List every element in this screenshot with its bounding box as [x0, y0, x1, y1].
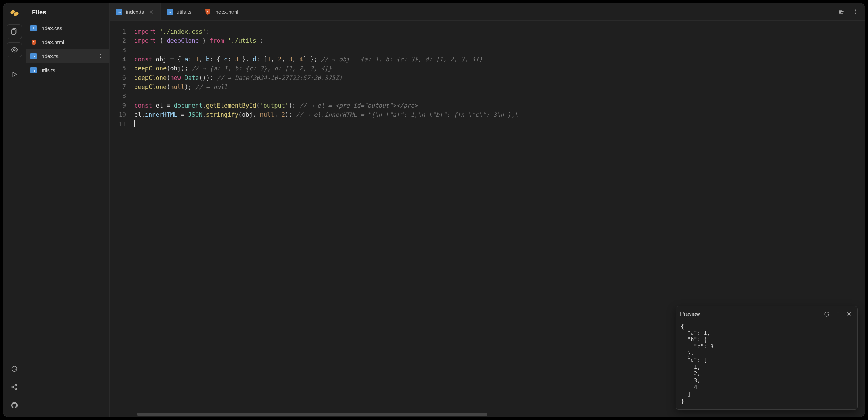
line-number: 4: [110, 55, 134, 64]
svg-point-47: [855, 11, 856, 12]
code-line[interactable]: 7deepClone(null); // → null: [110, 82, 865, 92]
text-cursor: [134, 120, 135, 127]
preview-more-button[interactable]: [834, 310, 842, 318]
file-label: index.ts: [40, 53, 93, 59]
prettier-button[interactable]: [836, 7, 847, 17]
theme-button[interactable]: [7, 361, 22, 376]
code-line[interactable]: 4const obj = { a: 1, b: { c: 3 }, d: [1,…: [110, 55, 865, 64]
run-button[interactable]: [7, 67, 22, 82]
line-number: 1: [110, 27, 134, 36]
ts-file-icon: TS: [167, 9, 173, 15]
line-content: import './index.css';: [134, 27, 224, 36]
line-content: const el = document.getElementById('outp…: [134, 101, 432, 110]
line-content: import { deepClone } from './utils';: [134, 36, 278, 45]
line-content: deepClone(null); // → null: [134, 82, 242, 92]
tab-label: utils.ts: [177, 9, 192, 15]
tab-more-button[interactable]: [850, 7, 861, 17]
preview-refresh-button[interactable]: [822, 310, 831, 318]
svg-point-27: [100, 54, 101, 55]
line-number: 8: [110, 92, 134, 101]
svg-point-50: [838, 313, 838, 314]
preview-view-button[interactable]: [7, 42, 22, 57]
editor-tab[interactable]: TSindex.ts: [110, 3, 161, 20]
svg-point-48: [855, 13, 856, 14]
editor-wrap: 1import './index.css';2import { deepClon…: [110, 21, 865, 417]
editor-tab[interactable]: TSutils.ts: [161, 3, 198, 20]
svg-text:TS: TS: [32, 55, 35, 58]
tab-close-button[interactable]: [149, 9, 154, 14]
file-item[interactable]: 5index.html: [26, 35, 109, 49]
editor-horizontal-scrollbar[interactable]: [137, 413, 774, 416]
code-line[interactable]: 2import { deepClone } from './utils';: [110, 36, 865, 45]
file-label: index.html: [40, 39, 104, 45]
file-list: #index.css5index.htmlTSindex.tsTSutils.t…: [26, 21, 109, 77]
line-content: [134, 92, 152, 101]
svg-point-28: [100, 56, 101, 56]
files-view-button[interactable]: [7, 24, 22, 39]
ts-file-icon: TS: [30, 53, 37, 59]
line-number: 10: [110, 110, 134, 119]
svg-point-8: [15, 367, 15, 368]
ts-file-icon: TS: [116, 9, 122, 15]
line-content: [134, 46, 152, 55]
code-line[interactable]: 3: [110, 46, 865, 55]
file-label: index.css: [40, 25, 104, 31]
svg-point-6: [12, 366, 17, 372]
tab-label: index.ts: [126, 9, 144, 15]
svg-point-10: [13, 370, 14, 370]
svg-point-7: [13, 368, 14, 368]
file-explorer: Files #index.css5index.htmlTSindex.tsTSu…: [26, 3, 110, 417]
editor-tab[interactable]: 5index.html: [198, 3, 245, 20]
line-content: const obj = { a: 1, b: { c: 3 }, d: [1, …: [134, 55, 496, 64]
svg-text:5: 5: [207, 11, 209, 14]
code-line[interactable]: 1import './index.css';: [110, 27, 865, 36]
line-number: 2: [110, 36, 134, 45]
css-file-icon: #: [30, 25, 37, 31]
svg-point-51: [838, 315, 838, 316]
line-content: deepClone(obj); // → {a: 1, b: {c: 3}, d…: [134, 64, 346, 73]
file-label: utils.ts: [40, 67, 104, 73]
preview-content: { "a": 1, "b": { "c": 3 }, "d": [ 1, 2, …: [676, 322, 857, 410]
svg-rect-3: [12, 30, 15, 35]
activity-bar: [3, 3, 26, 417]
svg-line-15: [13, 387, 15, 389]
code-line[interactable]: 6deepClone(new Date()); // → Date(2024-1…: [110, 73, 865, 82]
scrollbar-thumb[interactable]: [137, 413, 487, 416]
tab-bar: TSindex.tsTSutils.ts5index.html: [110, 3, 865, 21]
file-item[interactable]: TSutils.ts: [26, 63, 109, 77]
line-number: 6: [110, 73, 134, 82]
code-line[interactable]: 10el.innerHTML = JSON.stringify(obj, nul…: [110, 110, 865, 119]
preview-panel: Preview { "a": 1, "b": { "c": 3 }, "d": …: [676, 306, 858, 410]
line-number: 3: [110, 46, 134, 55]
file-more-button[interactable]: [96, 52, 104, 60]
line-content: el.innerHTML = JSON.stringify(obj, null,…: [134, 110, 532, 119]
html-file-icon: 5: [204, 9, 211, 15]
github-button[interactable]: [7, 398, 22, 413]
line-number: 5: [110, 64, 134, 73]
preview-header: Preview: [676, 306, 857, 322]
share-button[interactable]: [7, 380, 22, 394]
code-line[interactable]: 9const el = document.getElementById('out…: [110, 101, 865, 110]
html-file-icon: 5: [30, 39, 37, 45]
svg-text:TS: TS: [32, 69, 35, 72]
file-item[interactable]: TSindex.ts: [26, 49, 109, 63]
code-line[interactable]: 8: [110, 92, 865, 101]
svg-text:TS: TS: [168, 11, 171, 14]
svg-point-46: [855, 9, 856, 11]
preview-title: Preview: [680, 311, 820, 317]
code-line[interactable]: 5deepClone(obj); // → {a: 1, b: {c: 3}, …: [110, 64, 865, 73]
svg-point-49: [838, 312, 838, 313]
file-item[interactable]: #index.css: [26, 21, 109, 35]
line-number: 9: [110, 101, 134, 110]
svg-line-14: [13, 385, 15, 387]
app-logo: [9, 7, 20, 19]
preview-close-button[interactable]: [845, 310, 853, 318]
svg-text:#: #: [33, 27, 35, 30]
svg-text:TS: TS: [118, 11, 121, 14]
code-line[interactable]: 11: [110, 119, 865, 129]
sidebar-title: Files: [26, 3, 109, 21]
svg-point-29: [100, 57, 101, 58]
editor-pane: TSindex.tsTSutils.ts5index.html 1import …: [110, 3, 865, 417]
line-number: 7: [110, 82, 134, 92]
svg-marker-5: [13, 72, 16, 77]
